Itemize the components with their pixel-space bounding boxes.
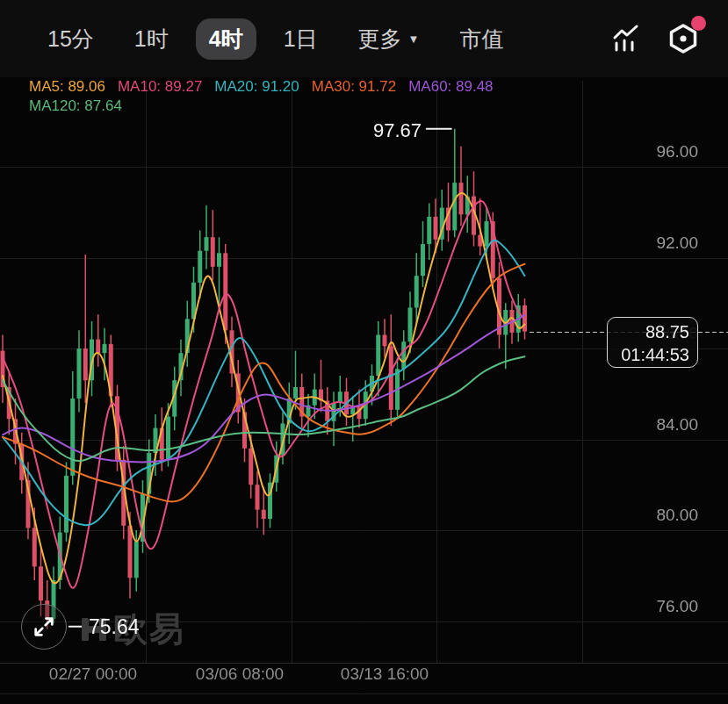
tab-more[interactable]: 更多▼ (358, 25, 420, 54)
expand-arrows-icon (25, 607, 63, 646)
notification-dot (691, 16, 706, 31)
legend-ma60: MA60: 89.48 (408, 77, 493, 97)
legend-ma30: MA30: 91.72 (312, 77, 396, 97)
legend-row: MA120: 87.64 (29, 97, 494, 116)
legend-ma10: MA10: 89.27 (118, 77, 202, 97)
tab-market-cap[interactable]: 市值 (459, 25, 503, 54)
timeframe-toolbar: 15分1时4时1日更多▼市值 (0, 0, 728, 77)
hexagon-indicator-icon[interactable] (667, 22, 700, 55)
tab-1h[interactable]: 1时 (134, 25, 169, 54)
tab-15min[interactable]: 15分 (47, 25, 94, 54)
legend-ma120: MA120: 87.64 (29, 97, 122, 116)
ma-legend: MA5: 89.06MA10: 89.27MA20: 91.20MA30: 91… (29, 77, 494, 116)
legend-ma20: MA20: 91.20 (214, 77, 299, 97)
toolbar-icons (609, 22, 728, 55)
timeframe-tabs: 15分1时4时1日更多▼市值 (47, 18, 544, 60)
expand-chart-button[interactable] (21, 604, 67, 650)
legend-ma5: MA5: 89.06 (29, 77, 105, 97)
dropdown-caret-icon: ▼ (408, 32, 420, 46)
kline-chart-screen: 15分1时4时1日更多▼市值 MA5: 89.06MA10: 89.27MA20… (0, 0, 728, 704)
tab-1d[interactable]: 1日 (284, 25, 318, 54)
legend-row: MA5: 89.06MA10: 89.27MA20: 91.20MA30: 91… (29, 77, 494, 97)
line-chart-style-icon[interactable] (609, 22, 643, 55)
tab-4h[interactable]: 4时 (196, 18, 256, 60)
